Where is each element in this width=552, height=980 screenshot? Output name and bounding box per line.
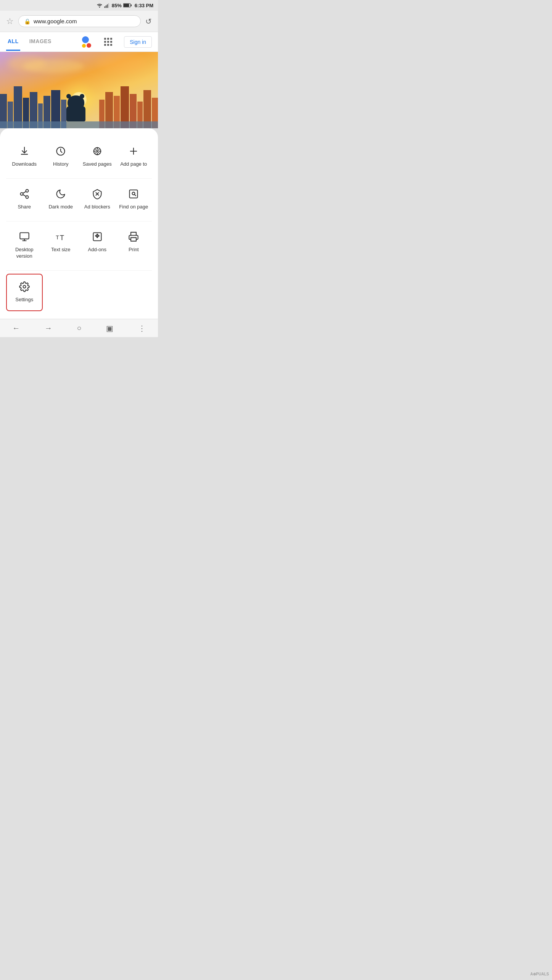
text-size-icon: T T [55, 231, 67, 243]
settings-label: Settings [15, 297, 33, 303]
svg-rect-1 [104, 6, 105, 8]
home-button[interactable]: ○ [73, 320, 85, 336]
battery-icon [123, 3, 132, 8]
menu-item-print[interactable]: Print [116, 224, 152, 267]
print-label: Print [129, 247, 139, 253]
menu-row-1: Downloads History Saved pages [6, 139, 152, 175]
menu-item-add-page[interactable]: Add page to [116, 139, 152, 175]
menu-item-find-on-page[interactable]: Find on page [116, 182, 152, 218]
google-apps-icon[interactable] [104, 38, 113, 46]
menu-item-share[interactable]: Share [6, 182, 43, 218]
divider-2 [6, 221, 152, 221]
svg-rect-6 [124, 4, 129, 7]
history-icon [55, 145, 67, 157]
google-nav: ALL IMAGES Sign in [0, 32, 158, 52]
url-bar: ☆ 🔒 www.google.com ↺ [0, 11, 158, 32]
status-bar: 85% 6:33 PM [0, 0, 158, 11]
battery-text: 85% [112, 3, 122, 8]
wifi-icon [97, 3, 103, 8]
menu-row-3: Desktop version T T Text size Add-ons [6, 224, 152, 267]
divider-3 [6, 270, 152, 271]
menu-item-add-ons[interactable]: Add-ons [79, 224, 116, 267]
settings-gear-icon [18, 281, 31, 293]
svg-line-15 [23, 195, 26, 197]
signal-icon [104, 3, 110, 8]
tab-images[interactable]: IMAGES [28, 33, 53, 51]
character-silhouette [66, 100, 87, 121]
menu-item-desktop-version[interactable]: Desktop version [6, 224, 43, 267]
menu-item-text-size[interactable]: T T Text size [43, 224, 79, 267]
url-text: www.google.com [34, 18, 135, 24]
desktop-version-label: Desktop version [15, 247, 34, 260]
print-icon [127, 231, 140, 243]
bottom-menu: Downloads History Saved pages [0, 128, 158, 319]
menu-row-4: Settings [6, 274, 152, 312]
forward-button[interactable]: → [41, 320, 56, 336]
menu-button[interactable]: ⋮ [134, 320, 150, 337]
add-page-icon [127, 145, 140, 157]
dark-mode-label: Dark mode [48, 204, 73, 210]
url-input-wrapper[interactable]: 🔒 www.google.com [18, 15, 141, 27]
svg-rect-2 [106, 5, 106, 8]
menu-item-dark-mode[interactable]: Dark mode [43, 182, 79, 218]
svg-rect-3 [107, 4, 108, 8]
history-label: History [53, 161, 68, 168]
ad-blockers-icon [91, 188, 103, 200]
google-assistant-icon[interactable] [82, 36, 93, 48]
svg-rect-22 [20, 232, 29, 239]
svg-text:T: T [60, 234, 64, 242]
svg-rect-19 [130, 190, 138, 198]
svg-line-21 [135, 194, 136, 195]
menu-item-downloads[interactable]: Downloads [6, 139, 43, 175]
saved-pages-icon [91, 145, 103, 157]
find-on-page-label: Find on page [119, 204, 148, 210]
lock-icon: 🔒 [24, 18, 31, 24]
time-display: 6:33 PM [135, 3, 153, 8]
browser-bottom-bar: ← → ○ ▣ ⋮ [0, 319, 158, 337]
svg-rect-4 [108, 3, 109, 8]
reload-icon[interactable]: ↺ [145, 17, 152, 26]
desktop-version-icon [18, 231, 31, 243]
add-ons-label: Add-ons [88, 247, 106, 253]
svg-line-16 [23, 191, 26, 193]
ad-blockers-label: Ad blockers [84, 204, 110, 210]
svg-point-29 [23, 285, 26, 288]
divider-1 [6, 178, 152, 179]
add-ons-icon [91, 231, 103, 243]
tab-all[interactable]: ALL [6, 33, 20, 51]
saved-pages-label: Saved pages [83, 161, 112, 168]
menu-row-2: Share Dark mode Ad blockers [6, 182, 152, 218]
dark-mode-icon [55, 188, 67, 200]
svg-rect-7 [131, 4, 132, 6]
menu-item-saved-pages[interactable]: Saved pages [79, 139, 116, 175]
add-page-label: Add page to [120, 161, 147, 168]
svg-rect-28 [131, 237, 136, 241]
downloads-label: Downloads [12, 161, 37, 168]
tabs-button[interactable]: ▣ [102, 320, 117, 337]
svg-text:T: T [56, 234, 59, 241]
sign-in-button[interactable]: Sign in [124, 36, 152, 48]
find-on-page-icon [127, 188, 140, 200]
svg-point-0 [99, 6, 100, 8]
share-label: Share [18, 204, 31, 210]
text-size-label: Text size [51, 247, 71, 253]
menu-item-ad-blockers[interactable]: Ad blockers [79, 182, 116, 218]
menu-item-settings[interactable]: Settings [6, 274, 43, 312]
share-icon [18, 188, 31, 200]
hero-image [0, 52, 158, 128]
back-button[interactable]: ← [8, 320, 24, 336]
menu-item-history[interactable]: History [43, 139, 79, 175]
bookmark-icon[interactable]: ☆ [6, 16, 14, 26]
download-icon [18, 145, 31, 157]
